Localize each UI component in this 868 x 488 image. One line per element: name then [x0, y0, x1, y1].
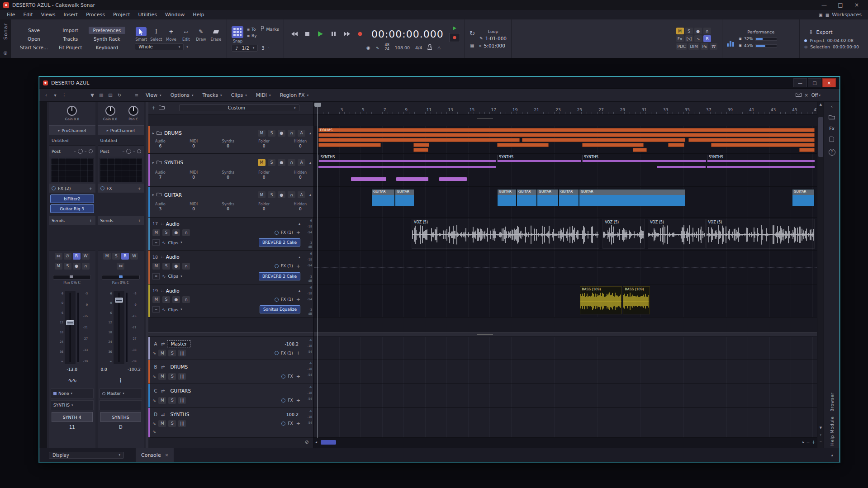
bus-master[interactable]: A ⇄ Master -108.2 ∿ M S ||| FX (1) + [148, 337, 313, 360]
read-button[interactable]: R [121, 253, 129, 260]
solo-button[interactable]: S [268, 159, 275, 166]
synths-clip[interactable]: SYNTHS [497, 155, 581, 162]
add-track-button[interactable]: + [152, 105, 156, 111]
drums-clip[interactable] [318, 138, 520, 142]
drums-clip[interactable] [413, 148, 428, 152]
collapse-icon[interactable]: ▴ [309, 131, 311, 135]
clips-dropdown[interactable]: Clips [168, 307, 178, 312]
interleave-icon[interactable]: ⇄ [161, 365, 165, 370]
add-fx-button[interactable]: + [296, 230, 300, 236]
pdc-button[interactable]: PDC [676, 43, 688, 50]
workspaces-label[interactable]: Workspaces [832, 12, 862, 18]
menu-item[interactable]: File [3, 11, 19, 19]
folder-track-synths[interactable]: ▸ SYNTHS M S ● ∩ A ▴ Audio7MIDI0Synths0F… [148, 154, 313, 187]
mdi-maximize-button[interactable]: □ [808, 78, 821, 87]
sends-header[interactable]: Sends + [98, 216, 144, 225]
arm-button[interactable]: ● [73, 263, 81, 270]
fx-power-icon[interactable] [52, 186, 56, 190]
toolbar-button[interactable]: Save [15, 27, 52, 34]
toolbar-button[interactable]: Synth Rack [89, 35, 126, 43]
post-control[interactable]: Post –– [49, 146, 95, 156]
gain-knob-control[interactable]: Gain 0.0 [103, 106, 118, 121]
synths-clip[interactable] [351, 177, 387, 181]
monitor-button[interactable]: ∩ [288, 159, 295, 166]
bus-pane-splitter[interactable] [148, 332, 313, 337]
pan-control[interactable]: Pan 0% C [98, 271, 144, 289]
mute-button[interactable]: M [258, 130, 266, 137]
drums-clip[interactable] [318, 143, 381, 147]
guitar-clip[interactable]: GUITAR [537, 189, 559, 206]
status-circle-icon[interactable]: ⊘ [305, 439, 309, 445]
volume-value[interactable]: -13.0 [67, 367, 77, 372]
bus-lane-drums[interactable] [314, 360, 817, 384]
drums-clip[interactable] [497, 143, 549, 147]
close-button[interactable]: × [849, 0, 865, 10]
toolbar-button[interactable]: Tracks [54, 35, 87, 43]
collapse-icon[interactable]: ▴ [299, 289, 300, 293]
loop-end-control[interactable]: ▹ 5:01:000 [479, 43, 507, 48]
collapse-icon[interactable]: ▴ [299, 255, 300, 259]
monitor-button[interactable]: ∩ [182, 263, 190, 270]
track-18[interactable]: 18 ∷ Audio ▴ M S ● ∩ FX (1) + [148, 251, 313, 284]
menu-item[interactable]: Views [37, 11, 60, 19]
add-fx-button[interactable]: + [296, 421, 300, 426]
post-knob[interactable] [126, 149, 131, 154]
mute-button[interactable]: M [258, 191, 266, 198]
xray-state[interactable]: Off [811, 93, 818, 98]
automation-icon[interactable]: ∿ [152, 351, 156, 355]
archive-button[interactable]: A [298, 191, 305, 198]
bus-drums[interactable]: B ⇄ DRUMS ∿ M S ||| FX + [148, 360, 313, 384]
drums-clip[interactable] [413, 143, 430, 147]
solo-button[interactable]: S [168, 420, 176, 427]
synths-clip[interactable] [396, 177, 428, 181]
solo-button[interactable]: S [112, 253, 120, 260]
solo-button[interactable]: S [168, 350, 176, 356]
menu-options[interactable]: Options▾ [166, 91, 198, 99]
expand-icon[interactable]: ▸ [152, 161, 154, 165]
input-selector[interactable]: None ▾ [51, 389, 94, 398]
fx-power-icon[interactable] [281, 422, 285, 426]
horizontal-scrollbar[interactable]: ◂ ▸ − + [314, 438, 817, 446]
fx-power-icon[interactable] [275, 231, 279, 235]
menu-view[interactable]: View▾ [142, 91, 166, 99]
automation-icon[interactable]: ∿ [162, 274, 166, 279]
clips-row-track17[interactable]: VOZ (5)VOZ (5)VOZ (5)VOZ (5) [314, 218, 817, 251]
drums-clip[interactable] [522, 138, 686, 142]
clips-row-guitar[interactable]: GUITARGUITARGUITARGUITARGUITARGUITARGUIT… [314, 187, 817, 218]
fx-count-label[interactable]: FX [288, 398, 293, 403]
tool-edit[interactable]: ▱ Edit [180, 27, 192, 42]
solo-button[interactable]: S [162, 296, 170, 303]
scroll-left-icon[interactable]: ◂ [315, 440, 317, 444]
gain-knob[interactable] [105, 106, 115, 116]
mute-button[interactable]: M [152, 229, 160, 236]
mute-button[interactable]: M [258, 159, 266, 166]
menu-item[interactable]: Utilities [134, 11, 161, 19]
bus-synths[interactable]: D ⇄ SYNTHS -100.2 ∿ M S ||| FX + [148, 408, 313, 438]
project-window-titlebar[interactable]: ◆ DESERTO AZUL — □ × [39, 77, 840, 89]
synths-clip[interactable] [439, 177, 467, 181]
synths-clip[interactable] [707, 166, 815, 168]
guitar-clip[interactable]: GUITAR [559, 189, 579, 206]
output-selector[interactable]: SYNTHS ▾ [51, 400, 94, 410]
expand-icon[interactable]: ▸ [152, 193, 154, 197]
monitor-button[interactable]: ∩ [288, 191, 295, 198]
meter-options-button[interactable]: ||| [178, 373, 186, 380]
xray-icon[interactable]: × [802, 93, 811, 98]
fx-power-icon[interactable] [281, 374, 285, 379]
power-icon[interactable] [89, 149, 93, 153]
add-fx-button[interactable]: + [89, 186, 93, 191]
pan-slider[interactable] [53, 275, 91, 280]
toolbar-button[interactable]: Start Scre... [15, 44, 52, 51]
arm-button[interactable]: ● [172, 296, 180, 303]
file-icon[interactable] [830, 137, 834, 143]
prochannel-header[interactable]: ▸ ProChannel [98, 125, 144, 135]
collapse-icon[interactable]: ▾ [51, 93, 59, 98]
post-knob[interactable] [78, 149, 83, 154]
fx-plugin[interactable]: Sonitus Equalize [260, 305, 300, 313]
track-name[interactable]: Audio [166, 288, 180, 294]
strip-name[interactable]: SYNTH 4 [52, 412, 93, 422]
mute-button[interactable]: M [152, 263, 160, 270]
guitar-clip[interactable]: GUITAR [579, 189, 685, 206]
list-icon[interactable]: ▤ [106, 93, 114, 98]
synths-clip[interactable]: SYNTHS [318, 155, 496, 162]
